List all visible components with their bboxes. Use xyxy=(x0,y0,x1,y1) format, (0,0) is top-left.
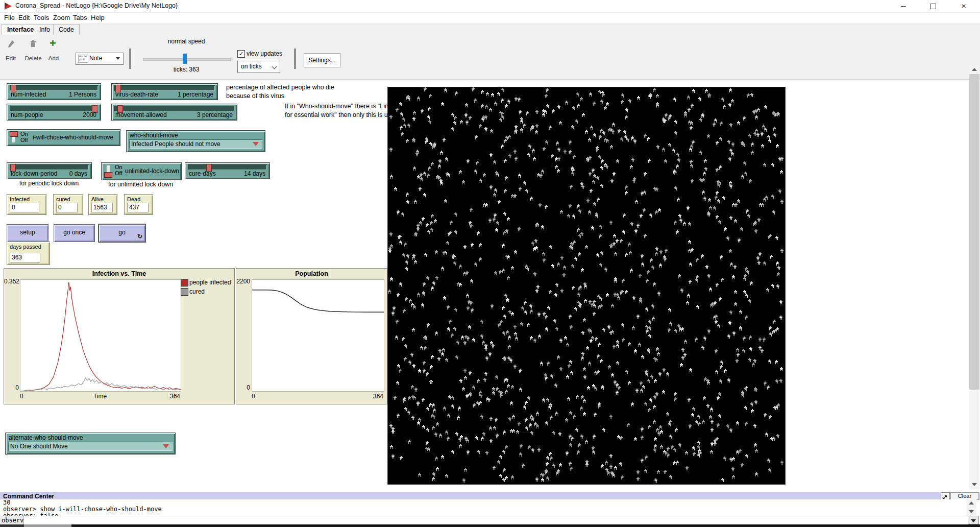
switch-handle[interactable] xyxy=(10,131,18,137)
command-center-detach-button[interactable] xyxy=(941,492,950,500)
button-label: setup xyxy=(20,229,35,236)
switch-handle[interactable] xyxy=(104,172,112,178)
monitor-value: 1563 xyxy=(91,203,113,212)
monitor-infected: Infected 0 xyxy=(7,194,46,215)
monitor-days-passed: days passed 363 xyxy=(7,242,50,265)
legend-label: cured xyxy=(189,288,205,295)
slider-label: lock-down-period xyxy=(11,170,57,177)
settings-button[interactable]: Settings... xyxy=(304,53,340,67)
tab-strip: Interface Info Code xyxy=(0,23,980,35)
slider-track[interactable] xyxy=(188,164,267,170)
monitor-alive: Alive 1563 xyxy=(88,194,117,215)
slider-value: 2000 xyxy=(83,111,96,118)
scroll-up-icon[interactable] xyxy=(969,501,974,505)
world-canvas xyxy=(388,87,785,484)
slider-track[interactable] xyxy=(10,85,98,91)
setup-button[interactable]: setup xyxy=(7,224,48,242)
go-button[interactable]: go ↻ xyxy=(99,224,145,242)
go-once-button[interactable]: go once xyxy=(54,224,95,242)
chooser-dropdown-icon xyxy=(253,142,259,146)
edit-pencil-icon[interactable] xyxy=(7,40,15,51)
scroll-up-icon[interactable] xyxy=(972,68,977,71)
chooser-alternate-who-should-move[interactable]: alternate-who-should-move No One should … xyxy=(5,433,176,454)
chooser-box[interactable]: No One should Move xyxy=(8,442,173,451)
world-view[interactable] xyxy=(387,87,786,485)
command-center-input-row: observer> xyxy=(0,516,980,525)
tab-info[interactable]: Info xyxy=(34,24,56,35)
monitor-dead: Dead 437 xyxy=(124,194,153,215)
menu-file[interactable]: File xyxy=(4,14,15,21)
toolbar: Edit Delete + Add Abc def ghi jkl Note n… xyxy=(0,35,980,80)
vertical-scrollbar[interactable] xyxy=(969,65,979,489)
command-center-output[interactable]: 30 observer> show i-will-chose-who-shoul… xyxy=(0,499,966,516)
slider-lock-down-period[interactable]: lock-down-period 0 days xyxy=(7,162,92,179)
menu-zoom[interactable]: Zoom xyxy=(53,14,70,21)
slider-value: 14 days xyxy=(244,170,265,177)
plot-xmax-label: 364 xyxy=(20,393,180,400)
slider-track[interactable] xyxy=(10,106,98,111)
chooser-box[interactable]: Infected People should not move xyxy=(129,139,262,149)
scrollbar-thumb[interactable] xyxy=(969,74,979,390)
menu-tabs[interactable]: Tabs xyxy=(73,14,87,21)
plot-title: Infection vs. Time xyxy=(4,270,234,277)
slider-movement-allowed[interactable]: movement-allowed 3 percentage xyxy=(111,104,237,121)
slider-track[interactable] xyxy=(114,85,215,91)
maximize-button[interactable] xyxy=(921,0,945,12)
bottom-edge xyxy=(0,524,980,527)
speed-slider-track[interactable] xyxy=(143,58,231,61)
legend-swatch-red xyxy=(181,279,188,286)
slider-track[interactable] xyxy=(114,106,234,111)
delete-tool-label[interactable]: Delete xyxy=(22,55,44,61)
slider-label: num-people xyxy=(11,111,43,118)
edit-tool-label[interactable]: Edit xyxy=(3,55,18,61)
plot-lines xyxy=(20,280,181,391)
tab-code[interactable]: Code xyxy=(53,24,80,35)
caption-periodic-lockdown: for periodic lock down xyxy=(19,180,79,187)
slider-value: 3 percentage xyxy=(197,111,233,118)
minimize-button[interactable] xyxy=(892,0,915,12)
plot-xmax-label: 364 xyxy=(252,393,383,400)
chooser-label: who-should-move xyxy=(130,132,178,139)
menu-tools[interactable]: Tools xyxy=(34,14,49,21)
history-dropdown-button[interactable] xyxy=(968,516,979,524)
dropdown-arrow-icon xyxy=(971,519,976,522)
switch-i-will-chose-who-should-move[interactable]: On Off i-will-chose-who-should-move xyxy=(7,129,120,146)
minimize-icon xyxy=(901,6,906,7)
switch-name: unlimited-lock-down xyxy=(125,167,179,175)
scroll-down-icon[interactable] xyxy=(972,483,977,486)
note-text-icon: Abc def ghi jkl xyxy=(78,55,88,63)
menu-help[interactable]: Help xyxy=(91,14,105,21)
plot-ymax-label: 2200 xyxy=(236,278,250,285)
slider-cure-days[interactable]: cure-days 14 days xyxy=(185,162,270,179)
delete-trash-icon[interactable] xyxy=(29,39,37,51)
slider-label: movement-allowed xyxy=(115,111,167,118)
widget-type-dropdown[interactable]: Abc def ghi jkl Note xyxy=(76,53,124,65)
note-line: percentage of affected people who die xyxy=(226,84,334,91)
output-scrollbar[interactable] xyxy=(966,499,976,516)
clear-button[interactable]: Clear xyxy=(950,492,979,500)
slider-num-people[interactable]: num-people 2000 xyxy=(7,104,101,121)
update-mode-dropdown[interactable]: on ticks xyxy=(237,61,280,73)
slider-virus-death-rate[interactable]: virus-death-rate 1 percentage xyxy=(111,83,218,100)
speed-slider-thumb[interactable] xyxy=(183,54,187,64)
legend-swatch-gray xyxy=(181,288,188,296)
slider-num-infected[interactable]: num-infected 1 Persons xyxy=(7,83,101,100)
switch-unlimited-lock-down[interactable]: On Off unlimited-lock-down xyxy=(101,162,182,180)
netlogo-window: Corona_Spread - NetLogo {H:\Google Drive… xyxy=(0,0,980,527)
add-tool-label[interactable]: Add xyxy=(46,55,61,61)
maximize-icon xyxy=(930,4,936,9)
chooser-who-should-move[interactable]: who-should-move Infected People should n… xyxy=(126,130,265,152)
plot-title: Population xyxy=(236,270,387,277)
scroll-down-icon[interactable] xyxy=(969,510,974,513)
slider-track[interactable] xyxy=(10,164,89,170)
add-plus-icon[interactable]: + xyxy=(50,37,56,50)
update-mode-value: on ticks xyxy=(241,63,262,70)
menu-edit[interactable]: Edit xyxy=(18,14,30,21)
monitor-cured: cured 0 xyxy=(53,194,83,215)
note-icon-line2: ghi jkl xyxy=(79,58,85,61)
forever-icon: ↻ xyxy=(137,233,142,240)
view-updates-checkbox[interactable]: ✓ xyxy=(237,50,245,58)
close-button[interactable]: ✕ xyxy=(952,0,975,12)
plot-canvas xyxy=(20,279,181,392)
monitor-label: Infected xyxy=(10,196,30,202)
